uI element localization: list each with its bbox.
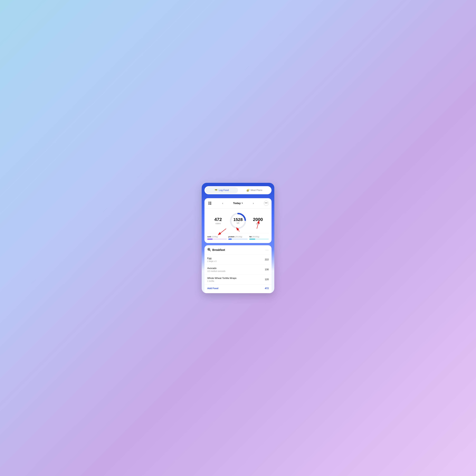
svg-rect-3	[209, 203, 211, 204]
eaten-label: eaten	[207, 222, 229, 225]
list-view-icon[interactable]	[207, 201, 212, 206]
calories-left-value: 1528	[233, 218, 243, 222]
goal-stat: 2000 goal	[247, 217, 269, 225]
carb-name: carb	[207, 236, 211, 238]
breakfast-header: Breakfast ···	[204, 245, 272, 255]
breakfast-total-calories: 472	[265, 287, 269, 290]
svg-line-14	[210, 250, 211, 251]
fat-macro: fat (30/100g)	[249, 236, 269, 240]
eaten-stat: 472 eaten	[207, 217, 229, 225]
svg-rect-2	[208, 203, 209, 204]
add-food-footer: Add Food 472	[204, 285, 272, 293]
breakfast-title: Breakfast	[212, 248, 225, 252]
protein-macro: protein (25/140g)	[228, 236, 248, 240]
breakfast-section: Breakfast ··· Egg 1 large x 3 222 Avocad…	[204, 245, 272, 293]
carb-macro: carb (22/80g)	[207, 236, 227, 240]
fat-name: fat	[249, 236, 252, 238]
protein-bar-fill	[228, 238, 232, 240]
protein-bar-bg	[228, 238, 248, 240]
prev-day-button[interactable]: ‹	[220, 201, 225, 206]
breakfast-more-button[interactable]: ···	[266, 248, 269, 252]
egg-name: Egg	[207, 257, 216, 260]
svg-rect-1	[209, 202, 211, 202]
tab-bar: 🥗 Log Food 🥑 Meal Plans	[204, 186, 272, 194]
calorie-donut-chart: 1528 left	[229, 212, 247, 230]
egg-calories: 222	[265, 258, 269, 261]
carb-bar-fill	[207, 238, 213, 240]
avocado-calories: 130	[265, 268, 269, 271]
tortilla-name: Whole Wheat Tortilla Wraps	[207, 277, 237, 280]
calorie-section: 472 eaten 1528 left	[204, 208, 272, 233]
add-food-button[interactable]: Add Food	[207, 287, 218, 290]
eaten-value: 472	[207, 217, 229, 222]
next-day-button[interactable]: ›	[251, 201, 256, 206]
macro-bars: carb (22/80g) protein (25/140g)	[207, 236, 269, 240]
svg-point-13	[208, 249, 209, 250]
carb-values: (22/80g)	[212, 236, 218, 238]
protein-values: (25/140g)	[235, 236, 242, 238]
tortilla-desc: 1 tortilla	[207, 280, 237, 282]
meal-plans-icon: 🥑	[246, 189, 249, 192]
goal-label: goal	[247, 222, 269, 225]
app-container: 🥗 Log Food 🥑 Meal Plans ‹	[202, 183, 274, 293]
goal-value: 2000	[247, 217, 269, 222]
meal-plans-label: Meal Plans	[251, 189, 262, 192]
donut-center: 1528 left	[233, 218, 243, 224]
avocado-name: Avocado	[207, 267, 225, 270]
date-chevron-icon: ⇅	[241, 202, 243, 204]
main-card: ‹ Today ⇅ › ••• 472 eaten	[204, 198, 272, 243]
ellipsis-icon: •••	[265, 202, 268, 204]
fat-bar-fill	[249, 238, 255, 240]
protein-name: protein	[228, 236, 235, 238]
carb-bar-bg	[207, 238, 227, 240]
breakfast-search-icon	[207, 248, 211, 252]
log-food-label: Log Food	[219, 189, 229, 192]
current-date-label: Today	[233, 202, 241, 205]
svg-rect-4	[208, 204, 209, 205]
fat-values: (30/100g)	[252, 236, 259, 238]
tortilla-calories: 120	[265, 278, 269, 281]
tab-log-food[interactable]: 🥗 Log Food	[205, 187, 238, 193]
food-item-avocado[interactable]: Avocado 1/2 medium avocado 130	[204, 265, 272, 275]
svg-rect-5	[209, 204, 211, 205]
date-selector[interactable]: Today ⇅	[233, 202, 243, 205]
food-item-tortilla[interactable]: Whole Wheat Tortilla Wraps 1 tortilla 12…	[204, 275, 272, 285]
macro-section: carb (22/80g) protein (25/140g)	[204, 233, 272, 243]
more-options-button[interactable]: •••	[264, 201, 269, 206]
food-item-egg[interactable]: Egg 1 large x 3 222	[204, 255, 272, 265]
calorie-section-wrapper: 472 eaten 1528 left	[204, 208, 272, 233]
avocado-desc: 1/2 medium avocado	[207, 270, 225, 272]
log-food-icon: 🥗	[215, 189, 218, 192]
date-nav: ‹ Today ⇅ › •••	[204, 198, 272, 208]
svg-rect-0	[208, 202, 209, 202]
fat-bar-bg	[249, 238, 269, 240]
calories-left-label: left	[233, 222, 243, 224]
tab-meal-plans[interactable]: 🥑 Meal Plans	[238, 187, 271, 193]
egg-desc: 1 large x 3	[207, 260, 216, 262]
